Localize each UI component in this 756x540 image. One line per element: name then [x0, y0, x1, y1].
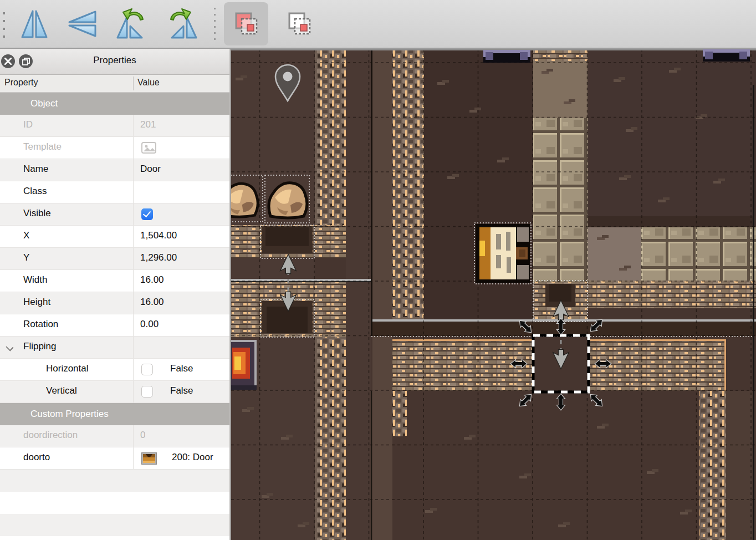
flip-horizontal-button[interactable] [12, 2, 57, 45]
property-value[interactable]: 16.00 [140, 297, 164, 308]
property-row-y[interactable]: Y1,296.00 [0, 248, 229, 270]
property-value[interactable]: 200: Door [172, 452, 213, 463]
section-header-custom-properties: Custom Properties [0, 403, 229, 425]
horizontal-checkbox[interactable] [141, 364, 153, 375]
properties-titlebar: Properties [0, 49, 229, 75]
rotate-left-icon [115, 7, 149, 40]
flip-horizontal-icon [18, 8, 50, 40]
property-row-horizontal[interactable]: HorizontalFalse [0, 359, 229, 381]
property-label: Template [23, 141, 62, 152]
properties-panel: Properties Property Value ObjectID201Tem… [0, 49, 229, 540]
flip-vertical-icon [66, 8, 98, 40]
column-header-property: Property [4, 78, 38, 88]
bench-sprite [483, 50, 530, 63]
flip-vertical-button[interactable] [60, 2, 104, 45]
image-placeholder-icon [141, 142, 156, 154]
property-value[interactable]: 1,504.00 [140, 230, 177, 241]
fire-brazier-sprite [231, 340, 257, 390]
main-toolbar [0, 0, 756, 49]
property-row-doorto[interactable]: doorto200: Door [0, 447, 229, 470]
select-touched-objects-button[interactable] [224, 2, 268, 45]
toolbar-separator [214, 8, 216, 41]
property-label: X [23, 230, 29, 241]
select-enclosed-objects-icon [285, 9, 314, 38]
toolbar-drag-handle[interactable] [3, 12, 5, 39]
bench-sprite [703, 49, 750, 62]
visible-checkbox[interactable] [141, 208, 153, 220]
select-enclosed-objects-button[interactable] [277, 2, 321, 45]
property-label: doordirection [23, 430, 78, 441]
property-label: Rotation [23, 319, 58, 330]
property-label: ID [23, 119, 33, 130]
property-label: Horizontal [46, 363, 89, 374]
map-canvas[interactable] [231, 49, 756, 540]
chevron-down-icon[interactable] [6, 343, 13, 351]
property-row-doordirection[interactable]: doordirection0 [0, 425, 229, 447]
property-value[interactable]: False [170, 363, 193, 374]
property-label: Visible [23, 208, 51, 219]
property-value[interactable]: 0.00 [140, 319, 159, 330]
property-table-header: Property Value [0, 75, 229, 93]
property-row-name[interactable]: NameDoor [0, 159, 229, 181]
property-row-id[interactable]: ID201 [0, 115, 229, 137]
wall-strip [315, 49, 346, 225]
rotate-right-button[interactable] [160, 2, 204, 45]
door-thumbnail-icon [141, 452, 157, 465]
empty-row [0, 514, 229, 536]
tiled-editor-window: { "toolbar": { "flip_buttons": [ {"name"… [0, 0, 756, 540]
map-render [231, 49, 756, 540]
property-label: Vertical [46, 385, 77, 396]
property-row-class[interactable]: Class [0, 181, 229, 203]
vertical-checkbox[interactable] [141, 386, 153, 398]
rock-sprite[interactable] [231, 184, 258, 217]
property-value[interactable]: False [170, 385, 193, 396]
property-value[interactable]: Door [140, 164, 161, 175]
property-row-height[interactable]: Height16.00 [0, 292, 229, 314]
select-touched-objects-icon [232, 9, 260, 38]
property-row-x[interactable]: X1,504.00 [0, 226, 229, 248]
wooden-door-sprite[interactable] [476, 224, 530, 283]
property-row-width[interactable]: Width16.00 [0, 270, 229, 292]
property-label: Flipping [23, 341, 57, 352]
rotate-right-icon [165, 7, 198, 40]
property-row-visible[interactable]: Visible [0, 203, 229, 226]
panel-title: Properties [0, 55, 229, 66]
column-header-value: Value [137, 78, 160, 88]
property-label: Class [23, 186, 47, 197]
empty-row [0, 492, 229, 514]
property-row-vertical[interactable]: VerticalFalse [0, 381, 229, 403]
empty-row [0, 470, 229, 492]
property-row-template[interactable]: Template [0, 137, 229, 159]
property-value[interactable]: 201 [140, 119, 156, 130]
property-label: Name [23, 164, 48, 175]
property-table: ObjectID201TemplateNameDoorClassVisibleX… [0, 93, 229, 470]
property-label: Y [23, 252, 29, 263]
property-label: Width [23, 274, 47, 286]
property-value[interactable]: 1,296.00 [140, 252, 177, 263]
property-label: doorto [23, 452, 50, 463]
section-header-object: Object [0, 93, 229, 115]
property-label: Height [23, 297, 50, 308]
property-value[interactable]: 16.00 [140, 274, 164, 286]
property-row-rotation[interactable]: Rotation0.00 [0, 314, 229, 337]
property-value[interactable]: 0 [140, 430, 145, 441]
property-row-flipping[interactable]: Flipping [0, 337, 229, 359]
rotate-left-button[interactable] [110, 2, 154, 45]
